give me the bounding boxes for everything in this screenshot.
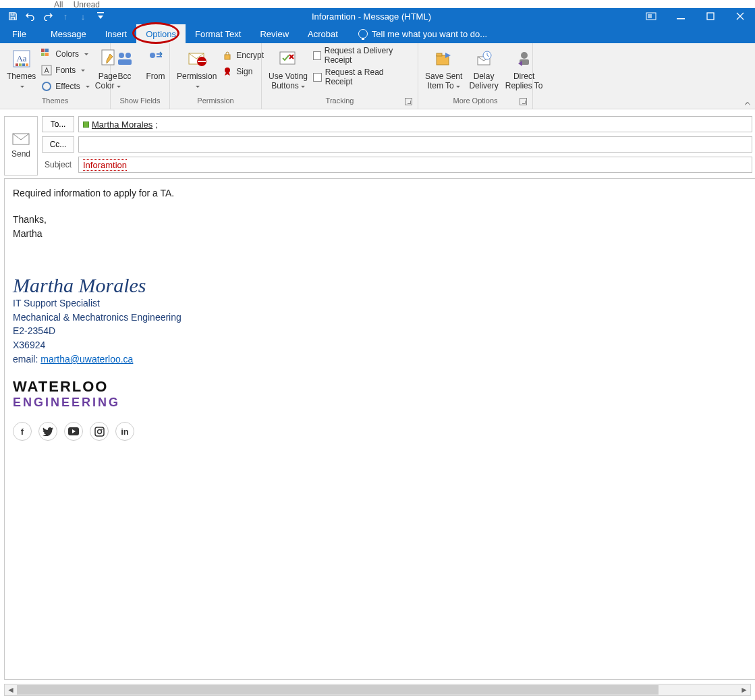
- effects-button[interactable]: Effects: [40, 79, 90, 94]
- cc-field[interactable]: [78, 136, 752, 153]
- voting-label: Use Voting Buttons: [269, 72, 308, 90]
- svg-rect-3: [707, 13, 714, 20]
- checkbox-icon: [313, 73, 322, 82]
- tab-acrobat[interactable]: Acrobat: [298, 24, 347, 43]
- compose-area: Send To... Martha Morales; Cc... Subject…: [0, 112, 755, 680]
- body-name: Martha: [13, 227, 747, 240]
- tab-format-text[interactable]: Format Text: [186, 24, 250, 43]
- twitter-icon[interactable]: [38, 422, 57, 441]
- tab-review[interactable]: Review: [250, 24, 298, 43]
- body-line: Required information to apply for a TA.: [13, 187, 747, 200]
- svg-point-18: [119, 53, 124, 58]
- tab-options[interactable]: Options: [136, 24, 186, 43]
- scroll-track[interactable]: [17, 684, 738, 695]
- svg-point-26: [225, 68, 230, 73]
- maximize-button[interactable]: [696, 8, 725, 24]
- subject-field[interactable]: Inforamtion: [78, 157, 752, 173]
- themes-button[interactable]: Aa Themes: [4, 45, 38, 92]
- permission-label: Permission: [177, 72, 217, 90]
- signature-email-link[interactable]: martha@uwaterloo.ca: [40, 354, 133, 365]
- dialog-launcher-icon[interactable]: [405, 98, 412, 105]
- window-controls: [636, 8, 755, 24]
- bcc-label: Bcc: [117, 72, 131, 81]
- themes-icon: Aa: [11, 48, 32, 70]
- title-bar: ↑ ↓ Inforamtion - Message (HTML): [0, 8, 755, 24]
- tell-me-search[interactable]: Tell me what you want to do...: [347, 24, 487, 43]
- from-button[interactable]: From: [142, 45, 169, 82]
- group-label-themes: Themes: [4, 97, 106, 109]
- delay-delivery-button[interactable]: Delay Delivery: [466, 45, 501, 92]
- group-show-fields: Bcc From Show Fields: [111, 43, 170, 109]
- window-title: Inforamtion - Message (HTML): [107, 11, 636, 22]
- tell-me-label: Tell me what you want to do...: [372, 29, 487, 39]
- ribbon-display-icon[interactable]: [636, 8, 666, 24]
- collapse-ribbon-icon[interactable]: ᨈ: [745, 99, 751, 107]
- permission-icon: [186, 48, 208, 70]
- group-tracking: Use Voting Buttons Request a Delivery Re…: [262, 43, 418, 109]
- signature-ext: X36924: [13, 339, 747, 352]
- svg-rect-25: [225, 55, 230, 59]
- send-label: Send: [11, 149, 30, 159]
- qat-customize-icon[interactable]: [94, 10, 107, 22]
- fonts-button[interactable]: AFonts: [40, 63, 90, 78]
- direct-replies-button[interactable]: Direct Replies To: [503, 45, 546, 92]
- scroll-right-icon[interactable]: ►: [738, 684, 750, 695]
- colors-button[interactable]: Colors: [40, 47, 90, 61]
- redo-icon[interactable]: [42, 10, 54, 22]
- to-button[interactable]: To...: [42, 116, 74, 132]
- undo-icon[interactable]: [24, 10, 36, 22]
- linkedin-icon[interactable]: in: [115, 422, 134, 441]
- instagram-icon[interactable]: [90, 422, 109, 441]
- svg-rect-7: [19, 63, 22, 66]
- svg-rect-12: [41, 53, 45, 56]
- tab-insert[interactable]: Insert: [96, 24, 137, 43]
- bcc-button[interactable]: Bcc: [111, 45, 138, 82]
- horizontal-scrollbar[interactable]: ◄ ►: [4, 684, 751, 696]
- send-button[interactable]: Send: [4, 116, 38, 176]
- facebook-icon[interactable]: f: [13, 422, 32, 441]
- presence-icon: [83, 122, 89, 128]
- from-label: From: [146, 72, 165, 81]
- cc-button[interactable]: Cc...: [42, 136, 74, 153]
- dialog-launcher-icon[interactable]: [520, 98, 527, 105]
- youtube-icon[interactable]: [64, 422, 83, 441]
- signature-title: IT Support Specialist: [13, 297, 747, 310]
- svg-rect-11: [45, 49, 49, 52]
- ribbon-badge-icon: [222, 66, 233, 77]
- voting-icon: [277, 48, 299, 70]
- minimize-button[interactable]: [666, 8, 696, 24]
- message-body[interactable]: Required information to apply for a TA. …: [4, 178, 755, 680]
- ribbon: Aa Themes Colors AFonts Effects Page Col…: [0, 43, 755, 109]
- prev-item-icon: ↑: [59, 10, 72, 22]
- encrypt-button[interactable]: Encrypt: [221, 48, 265, 63]
- sign-button[interactable]: Sign: [221, 64, 265, 79]
- group-permission: Permission Encrypt Sign Permission: [170, 43, 262, 109]
- voting-buttons-button[interactable]: Use Voting Buttons: [266, 45, 310, 92]
- svg-rect-2: [677, 18, 685, 20]
- quick-access-toolbar: ↑ ↓: [0, 10, 107, 22]
- save-icon[interactable]: [7, 10, 19, 22]
- to-field[interactable]: Martha Morales;: [78, 116, 752, 132]
- svg-rect-9: [26, 63, 28, 66]
- colors-icon: [41, 49, 52, 59]
- delivery-receipt-checkbox[interactable]: Request a Delivery Receipt: [312, 48, 412, 63]
- read-receipt-checkbox[interactable]: Request a Read Receipt: [312, 70, 412, 84]
- tab-file[interactable]: File: [0, 24, 41, 43]
- group-themes: Aa Themes Colors AFonts Effects Page Col…: [0, 43, 111, 109]
- direct-replies-label: Direct Replies To: [505, 72, 543, 90]
- next-item-icon: ↓: [77, 10, 89, 22]
- background-window-peek: All Unread: [0, 0, 755, 8]
- svg-point-37: [97, 429, 101, 433]
- close-button[interactable]: [725, 8, 755, 24]
- svg-rect-13: [45, 53, 49, 56]
- delay-label: Delay Delivery: [469, 72, 498, 90]
- tab-message[interactable]: Message: [41, 24, 96, 43]
- svg-rect-36: [95, 427, 104, 436]
- scroll-left-icon[interactable]: ◄: [5, 684, 17, 695]
- save-sent-button[interactable]: Save Sent Item To: [422, 45, 465, 92]
- svg-point-38: [101, 429, 103, 430]
- scroll-thumb[interactable]: [17, 685, 659, 695]
- recipient-chip[interactable]: Martha Morales: [92, 119, 152, 130]
- permission-button[interactable]: Permission: [174, 45, 219, 92]
- group-more-options: Save Sent Item To Delay Delivery Direct …: [418, 43, 533, 109]
